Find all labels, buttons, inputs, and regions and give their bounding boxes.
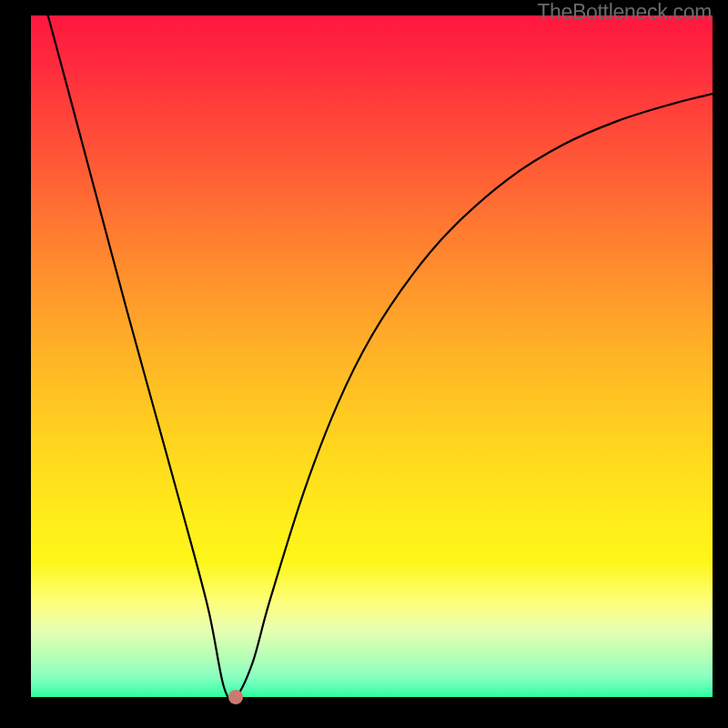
bottleneck-curve (31, 15, 713, 697)
watermark-text: TheBottleneck.com (537, 0, 712, 25)
chart-frame: TheBottleneck.com (0, 0, 728, 728)
plot-area (31, 15, 713, 697)
optimum-marker (228, 690, 243, 704)
